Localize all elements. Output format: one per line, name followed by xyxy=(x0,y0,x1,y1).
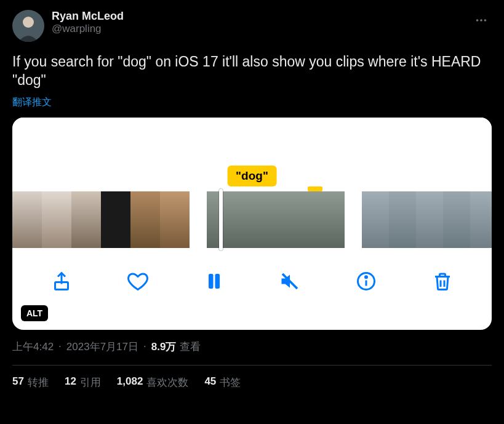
clip-frame[interactable] xyxy=(130,191,160,248)
avatar[interactable] xyxy=(12,10,44,42)
meta-separator: · xyxy=(143,340,146,353)
clip-frame[interactable] xyxy=(276,191,310,248)
svg-point-11 xyxy=(366,276,367,278)
tweet-date[interactable]: 2023年7月17日 xyxy=(66,340,138,354)
search-term-label: "dog" xyxy=(227,166,277,186)
quotes-count: 12 xyxy=(65,375,76,390)
share-icon[interactable] xyxy=(48,268,75,295)
retweets-label: 转推 xyxy=(28,375,49,390)
meta-separator: · xyxy=(58,340,62,353)
handle[interactable]: @warpling xyxy=(52,23,124,35)
media-top: "dog" xyxy=(12,118,492,191)
likes-label: 喜欢次数 xyxy=(146,375,188,390)
clip-frame[interactable] xyxy=(241,191,276,248)
clip-group[interactable] xyxy=(362,191,492,248)
clip-frame[interactable] xyxy=(101,191,130,248)
clip-frame[interactable] xyxy=(389,191,416,248)
clip-frame[interactable] xyxy=(416,191,443,248)
author-names: Ryan McLeod @warpling xyxy=(52,10,124,35)
clip-frame[interactable] xyxy=(12,191,42,248)
views-label: 查看 xyxy=(180,340,201,354)
translate-link[interactable]: 翻译推文 xyxy=(12,96,492,109)
clips-timeline[interactable] xyxy=(12,191,492,250)
clip-frame[interactable] xyxy=(71,191,101,248)
clip-frame[interactable] xyxy=(207,191,241,248)
likes-count: 1,082 xyxy=(117,375,143,390)
clip-frame[interactable] xyxy=(362,191,389,248)
tweet-time[interactable]: 上午4:42 xyxy=(12,340,54,354)
clip-frame[interactable] xyxy=(310,191,345,248)
pause-icon[interactable] xyxy=(201,268,228,295)
bookmarks-count: 45 xyxy=(204,375,216,390)
more-icon[interactable] xyxy=(471,10,492,33)
clip-frame[interactable] xyxy=(160,191,190,248)
svg-point-2 xyxy=(476,19,479,22)
mute-icon[interactable] xyxy=(276,268,303,295)
clip-frame[interactable] xyxy=(443,191,470,248)
media-card[interactable]: "dog" xyxy=(12,118,492,330)
tweet-meta: 上午4:42 · 2023年7月17日 · 8.9万 查看 xyxy=(12,340,492,354)
trash-icon[interactable] xyxy=(429,268,456,295)
bookmarks-label: 书签 xyxy=(220,375,241,390)
svg-rect-7 xyxy=(215,274,220,289)
quotes-label: 引用 xyxy=(80,375,101,390)
marker-icon xyxy=(308,186,322,191)
svg-point-4 xyxy=(484,19,487,22)
clip-frame[interactable] xyxy=(470,191,492,248)
info-icon[interactable] xyxy=(353,268,380,295)
bookmarks-stat[interactable]: 45 书签 xyxy=(204,375,241,390)
quotes-stat[interactable]: 12 引用 xyxy=(65,375,101,390)
playhead[interactable] xyxy=(219,189,223,250)
media-controls xyxy=(12,250,492,312)
alt-badge[interactable]: ALT xyxy=(21,305,48,321)
tweet-stats: 57 转推 12 引用 1,082 喜欢次数 45 书签 xyxy=(12,366,492,390)
tweet-text: If you search for "dog" on iOS 17 it'll … xyxy=(12,53,492,90)
retweets-stat[interactable]: 57 转推 xyxy=(12,375,49,390)
tweet-container: Ryan McLeod @warpling If you search for … xyxy=(0,0,504,396)
retweets-count: 57 xyxy=(12,375,24,390)
svg-point-1 xyxy=(23,17,34,28)
display-name[interactable]: Ryan McLeod xyxy=(52,10,124,23)
tweet-header: Ryan McLeod @warpling xyxy=(12,10,492,42)
heart-icon[interactable] xyxy=(124,268,151,295)
likes-stat[interactable]: 1,082 喜欢次数 xyxy=(117,375,189,390)
clip-group[interactable] xyxy=(12,191,190,248)
clip-frame[interactable] xyxy=(42,191,71,248)
svg-rect-6 xyxy=(209,274,214,289)
clip-group[interactable] xyxy=(207,191,345,248)
views-count: 8.9万 xyxy=(151,340,177,354)
svg-point-3 xyxy=(480,19,482,22)
